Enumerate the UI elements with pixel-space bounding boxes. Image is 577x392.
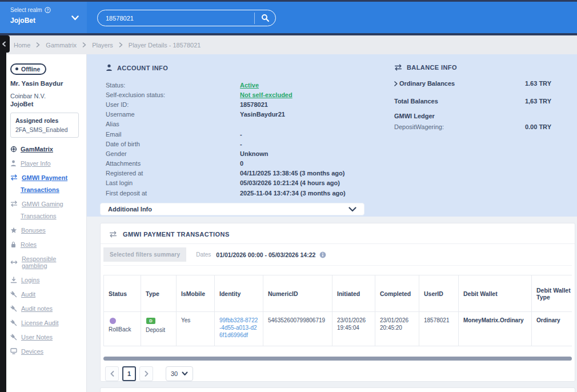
chevron-down-icon[interactable]	[71, 15, 79, 21]
account-row-username: Username YasinBaydur21	[106, 110, 394, 119]
gavel-icon	[10, 305, 17, 312]
sidebar-item-license-audit[interactable]: License Audit	[10, 319, 83, 326]
offline-dot-icon	[15, 67, 18, 70]
info-icon[interactable]	[319, 251, 326, 258]
prev-page-button[interactable]	[105, 366, 119, 381]
star-icon	[10, 227, 17, 234]
sidebar-item-audit[interactable]: Audit	[10, 291, 83, 298]
sidebar-item-gmwi-gaming-transactions[interactable]: GMWI Gaming Transactions	[10, 201, 83, 219]
sidebar-item-bonuses[interactable]: Bonuses	[10, 227, 83, 234]
lock-icon	[10, 241, 17, 248]
chevron-down-icon	[348, 207, 356, 212]
status-link[interactable]: Active	[240, 82, 259, 89]
account-row-attachments: Attachments 0	[106, 159, 394, 169]
sidebar-collapse-button[interactable]	[0, 35, 10, 53]
account-row-gender: Gender Unknown	[106, 149, 394, 158]
account-row-self-exclusion: Self-exclusion status: Not self-excluded	[106, 90, 394, 99]
account-row-last-login: Last login 05/03/2026 10:21:24 (4 hours …	[106, 178, 394, 188]
cell-initiated: 23/01/2026 19:45:04	[332, 312, 375, 346]
balance-info-title: BALANCE INFO	[407, 64, 457, 71]
breadcrumb-home[interactable]: Home	[14, 42, 30, 49]
deposit-wagering-row: DepositWagering: 0.00 TRY	[394, 123, 551, 130]
monitor-icon	[10, 348, 17, 354]
account-row-email: Email -	[106, 129, 394, 139]
cell-identity: 99fbb328-8722-4d55-a013-d26f1d6996df	[215, 312, 263, 346]
account-row-registered-at: Registered at 04/11/2025 13:38:45 (3 mon…	[106, 169, 394, 178]
arrows-horizontal-icon	[10, 259, 18, 265]
account-row-user-id: User ID: 18578021	[106, 99, 394, 109]
cell-status: RollBack	[104, 312, 141, 346]
sidebar-item-responsible-gambling[interactable]: Responsible gambling	[10, 255, 83, 269]
help-icon[interactable]: ?	[45, 7, 51, 13]
col-status: Status	[104, 275, 141, 312]
table-header-row: Status Type IsMobile Identity NumericID …	[104, 275, 572, 312]
breadcrumb-separator-icon	[119, 42, 123, 47]
sidebar-item-logins[interactable]: Logins	[10, 277, 83, 283]
deposit-wagering-value: 0.00 TRY	[525, 123, 551, 130]
cell-ismobile: Yes	[177, 312, 215, 346]
next-page-button[interactable]	[139, 366, 153, 381]
transfer-icon	[10, 174, 18, 181]
sidebar-item-user-notes[interactable]: User Notes	[10, 334, 83, 341]
main-content: ACCOUNT INFO Status: Active Self-exclusi…	[87, 54, 577, 392]
gammatrix-label: GamMatrix	[21, 146, 53, 153]
rollback-status-icon	[110, 318, 116, 324]
col-ismobile: IsMobile	[177, 275, 215, 312]
cell-debit-wallet-type: Ordinary	[532, 312, 572, 346]
identity-link[interactable]: 99fbb328-8722-4d55-a013-d26f1d6996df	[219, 317, 258, 339]
chevron-left-icon	[2, 41, 6, 47]
breadcrumb-players[interactable]: Players	[92, 42, 113, 49]
account-row-first-deposit: First deposit at 2025-11-04 13:47:34 (3 …	[106, 188, 394, 198]
ordinary-balances-row[interactable]: Ordinary Balances 1.63 TRY	[394, 80, 551, 87]
col-type: Type	[141, 275, 177, 312]
sidebar-item-roles[interactable]: Roles	[10, 241, 83, 248]
sidebar-item-player-info[interactable]: Player Info	[10, 160, 83, 167]
search-input[interactable]	[98, 15, 254, 22]
sidebar-item-gmwi-payment-transactions[interactable]: GMWI Payment Transactions	[10, 174, 83, 193]
current-page-button[interactable]: 1	[122, 366, 136, 381]
balance-info-header: BALANCE INFO	[394, 64, 551, 71]
cell-debit-wallet: MoneyMatrix.Ordinary	[459, 312, 532, 346]
sidebar-menu: Player Info GMWI Payment Transactions GM…	[10, 160, 83, 355]
transactions-table-wrap: Status Type IsMobile Identity NumericID …	[103, 275, 572, 346]
payment-transactions-card: GMWI PAYMENT TRANSACTIONS Selected filte…	[100, 223, 575, 382]
search-button[interactable]	[255, 10, 275, 26]
account-row-status: Status: Active	[106, 80, 394, 90]
horizontal-scrollbar[interactable]	[103, 357, 572, 361]
page-size-select[interactable]: 30	[166, 366, 193, 381]
account-info-header: ACCOUNT INFO	[106, 64, 394, 71]
assigned-roles-box: Assigned roles 2FA_SMS_Enabled	[10, 113, 79, 138]
sidebar-item-devices[interactable]: Devices	[10, 348, 83, 355]
col-initiated: Initiated	[332, 275, 375, 312]
next-section-card	[100, 387, 575, 392]
assigned-role: 2FA_SMS_Enabled	[15, 126, 74, 133]
gavel-icon	[10, 334, 17, 341]
status-badge: Offline	[10, 63, 46, 75]
sidebar-item-gammatrix[interactable]: GamMatrix	[10, 146, 83, 153]
transactions-table: Status Type IsMobile Identity NumericID …	[103, 275, 572, 346]
total-balances-row: Total Balances 1,63 TRY	[394, 98, 551, 105]
col-userid: UserID	[419, 275, 459, 312]
page-size-value: 30	[171, 370, 178, 377]
self-exclusion-link[interactable]: Not self-excluded	[240, 91, 292, 98]
account-info-rows: Status: Active Self-exclusion status: No…	[106, 80, 394, 198]
additional-info-expander[interactable]: Additional Info	[100, 203, 364, 215]
person-icon	[106, 64, 113, 71]
operator-name: Coinbar N.V.	[10, 93, 83, 99]
sidebar-item-audit-notes[interactable]: Audit notes	[10, 305, 83, 312]
dates-value: 01/01/2026 00:00 - 05/03/2026 14:22	[216, 251, 315, 258]
deposit-wagering-label: DepositWagering:	[394, 123, 444, 130]
total-balances-label: Total Balances	[394, 98, 438, 105]
breadcrumb-gammatrix[interactable]: Gammatrix	[46, 42, 77, 49]
cell-completed: 23/01/2026 20:45:20	[375, 312, 419, 346]
realm-selector[interactable]: Select realm ? JojoBet	[0, 2, 87, 33]
transfer-icon	[109, 231, 117, 238]
cell-userid: 18578021	[419, 312, 459, 346]
chevron-left-icon	[110, 371, 114, 377]
player-sidebar: Offline Mr. Yasin Baydur Coinbar N.V. Jo…	[6, 54, 87, 392]
dates-label: Dates	[196, 251, 211, 258]
search-icon	[261, 14, 270, 22]
assigned-roles-title: Assigned roles	[15, 117, 74, 124]
person-icon	[10, 160, 17, 167]
breadcrumb-separator-icon	[82, 42, 86, 47]
